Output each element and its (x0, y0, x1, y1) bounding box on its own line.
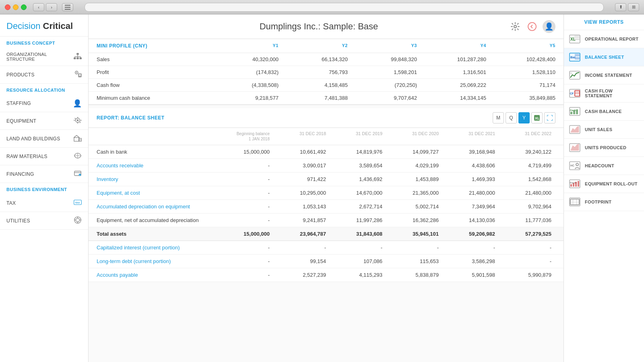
mini-profile-header: MINI PROFILE (CNY) Y1 Y2 Y3 Y4 Y5 (89, 39, 564, 53)
operational-icon: XL (569, 34, 581, 44)
col-y5: Y5 (486, 43, 555, 49)
equipment-rollout-icon: Equip (569, 179, 581, 189)
cell-value: 5,901,598 (439, 272, 495, 278)
cell-value: 14,130,036 (439, 217, 495, 223)
row-label[interactable]: Equipment, at cost (97, 190, 209, 196)
row-label: Minimum cash balance (97, 95, 209, 101)
sidebar-item-products[interactable]: PRODUCTS (0, 66, 88, 84)
forward-button[interactable]: › (46, 3, 57, 11)
report-item-cash-balance[interactable]: Cash CASH BALANCE (564, 103, 644, 121)
units-produced-icon (569, 143, 581, 152)
date-col-6: 31 DEC 2022 (495, 131, 551, 142)
cell-value: 1,528,110 (486, 69, 555, 75)
cell-value: 25,069,222 (417, 82, 486, 88)
sidebar-label-financing: FINANCING (6, 171, 34, 177)
period-m-button[interactable]: M (493, 112, 504, 123)
cell-value: - (209, 258, 270, 264)
table-row: Long-term debt (current portion) - 99,15… (89, 255, 564, 268)
sidebar-label-utilities: UTILITIES (6, 218, 30, 224)
row-label[interactable]: Accumulated depreciation on equipment (97, 204, 209, 210)
row-label[interactable]: Accounts payable (97, 272, 209, 278)
report-label-income-statement: INCOME STATEMENT (585, 73, 632, 78)
svg-point-38 (76, 218, 79, 222)
svg-rect-79 (575, 182, 577, 187)
fullscreen-button[interactable] (21, 4, 27, 10)
report-label-unit-sales: UNIT SALES (585, 127, 612, 132)
svg-text:HC: HC (570, 164, 574, 167)
row-label[interactable]: Capitalized interest (current portion) (97, 245, 209, 251)
logo-critical: Critical (43, 21, 73, 31)
cell-value: 21,365,000 (382, 190, 439, 196)
report-label-cash-balance: CASH BALANCE (585, 109, 622, 114)
svg-rect-78 (573, 183, 574, 187)
svg-rect-26 (74, 138, 79, 141)
report-item-cash-flow[interactable]: CF CASH FLOW STATEMENT (564, 84, 644, 103)
sidebar-item-org-structure[interactable]: ORGANIZATIONALSTRUCTURE (0, 48, 88, 66)
report-item-headcount[interactable]: HC HEADCOUNT (564, 157, 644, 175)
sidebar-item-tax[interactable]: TAX TAX (0, 194, 88, 212)
date-col-2: 31 DEC 2018 (270, 131, 326, 142)
settings-icon[interactable] (509, 20, 522, 33)
report-item-equipment-rollout[interactable]: Equip EQUIPMENT ROLL-OUT (564, 175, 644, 193)
logo: Decision Critical (6, 21, 82, 31)
date-col-4: 31 DEC 2020 (382, 131, 439, 142)
close-button[interactable] (5, 4, 10, 10)
period-q-button[interactable]: Q (506, 112, 517, 123)
minimize-button[interactable] (13, 4, 19, 10)
svg-text:+: + (79, 174, 80, 176)
balance-sheet-section: REPORT: BALANCE SHEET M Q Y XL (89, 108, 564, 282)
land-icon (74, 134, 82, 143)
sidebar-item-utilities[interactable]: UTILITIES (0, 212, 88, 230)
view-reports-header: VIEW REPORTS (564, 14, 644, 30)
row-label[interactable]: Accounts receivable (97, 162, 209, 169)
back-circle-icon[interactable] (526, 20, 539, 33)
export-excel-button[interactable]: XL (531, 112, 543, 123)
sidebar-item-staffing[interactable]: STAFFING 👤 (0, 95, 88, 112)
cell-value: 115,653 (382, 258, 439, 264)
report-item-unit-sales[interactable]: UNIT SALES (564, 121, 644, 139)
sidebar-label-equipment: EQUIPMENT (6, 118, 36, 124)
sidebar-item-raw-materials[interactable]: RAW MATERIALS (0, 148, 88, 165)
main-header: Dumplings Inc.: Sample: Base 👤 (89, 14, 564, 39)
report-item-income-statement[interactable]: IS INCOME STATEMENT (564, 66, 644, 84)
cell-value: 101,287,280 (417, 56, 486, 62)
row-label: Cash in bank (97, 149, 209, 155)
tab-button[interactable]: ⊞ (628, 3, 639, 11)
report-item-footprint[interactable]: FOOTPRINT (564, 193, 644, 211)
cell-value: - (439, 245, 495, 251)
sidebar-item-land[interactable]: LAND AND BUILDINGS (0, 130, 88, 148)
svg-rect-1 (65, 7, 70, 8)
cell-value: 5,838,879 (382, 272, 439, 278)
sidebar-toggle[interactable] (62, 3, 73, 11)
balance-sheet-icon: Bal (569, 52, 581, 62)
report-label-footprint: FOOTPRINT (585, 200, 611, 204)
report-item-balance-sheet[interactable]: Bal BALANCE SHEET (564, 48, 644, 66)
report-item-units-produced[interactable]: UNITS PRODUCED (564, 139, 644, 157)
cell-value: 5,002,714 (382, 204, 439, 210)
financing-icon: + (74, 169, 82, 179)
cell-value: 71,174 (486, 82, 555, 88)
row-label[interactable]: Long-term debt (current portion) (97, 258, 209, 264)
cell-value: 971,422 (270, 176, 326, 182)
sidebar-label-products: PRODUCTS (6, 72, 35, 78)
table-row: Equipment, at cost - 10,295,000 14,670,0… (89, 186, 564, 200)
cell-value: - (209, 272, 270, 278)
expand-button[interactable] (544, 112, 555, 123)
table-row: Accounts payable - 2,527,239 4,115,293 5… (89, 268, 564, 282)
url-bar[interactable] (85, 3, 604, 12)
svg-text:XL: XL (535, 116, 540, 120)
report-item-operational[interactable]: XL OPERATIONAL REPORT (564, 30, 644, 48)
cell-value: - (326, 245, 382, 251)
period-y-button[interactable]: Y (518, 112, 530, 123)
cell-value: 7,481,388 (279, 95, 348, 101)
sidebar-item-financing[interactable]: FINANCING + (0, 165, 88, 183)
cell-value: 4,719,499 (495, 162, 551, 169)
share-button[interactable]: ⬆ (615, 3, 626, 11)
cell-value: 16,362,286 (382, 217, 439, 223)
back-button[interactable]: ‹ (33, 3, 44, 11)
avatar[interactable]: 👤 (543, 20, 555, 33)
row-label[interactable]: Inventory (97, 176, 209, 182)
sidebar-item-equipment[interactable]: EQUIPMENT (0, 112, 88, 130)
row-label-total: Total assets (97, 231, 209, 237)
table-row: Cash flow (4,338,508) 4,158,485 (720,250… (89, 79, 564, 92)
